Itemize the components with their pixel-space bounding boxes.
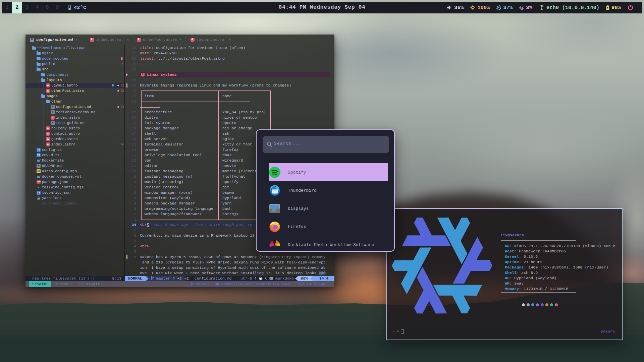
- svg-text:GN: GN: [520, 7, 523, 9]
